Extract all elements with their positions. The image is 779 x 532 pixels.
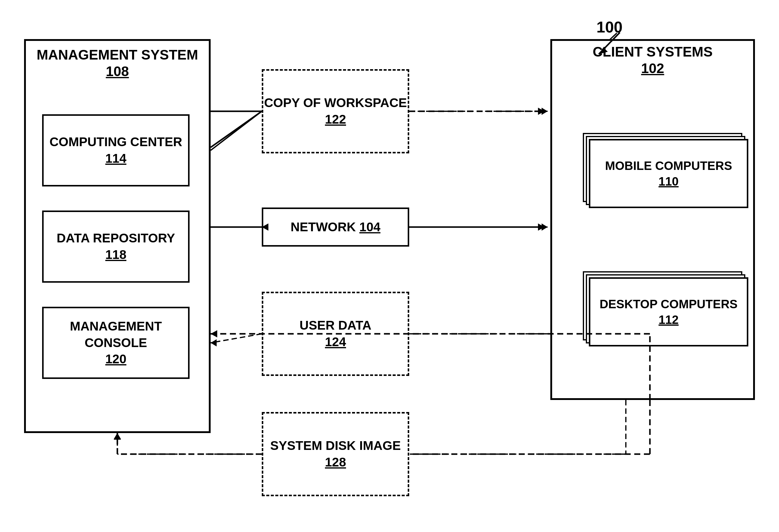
user-data-label: USER DATA 124: [300, 317, 372, 350]
svg-marker-7: [542, 223, 548, 231]
client-systems-label: CLIENT SYSTEMS 102: [550, 44, 755, 77]
copy-workspace-label: COPY OF WORKSPACE 122: [264, 95, 407, 128]
management-system-label: MANAGEMENT SYSTEM 108: [24, 47, 211, 80]
ref-number-100: 100: [596, 18, 622, 36]
svg-marker-14: [114, 433, 121, 439]
svg-line-9: [211, 334, 262, 343]
diagram: 100 MANAGEMENT SYSTEM 108 COMPUTING CENT…: [0, 0, 779, 532]
svg-marker-10: [211, 339, 217, 346]
network-box: NETWORK 104: [262, 207, 409, 247]
management-console-label: MANAGEMENT CONSOLE 120: [44, 318, 188, 368]
network-label: NETWORK 104: [291, 220, 381, 234]
computing-center-label: COMPUTING CENTER 114: [50, 134, 182, 167]
management-console-box: MANAGEMENT CONSOLE 120: [42, 307, 190, 379]
svg-marker-28: [538, 223, 545, 231]
svg-marker-4: [542, 108, 548, 115]
svg-line-21: [211, 111, 262, 147]
copy-workspace-box: COPY OF WORKSPACE 122: [262, 69, 409, 153]
svg-marker-24: [538, 108, 545, 115]
system-disk-label: SYSTEM DISK IMAGE 128: [270, 438, 401, 470]
computing-center-box: COMPUTING CENTER 114: [42, 114, 190, 187]
mobile-computers-label: MOBILE COMPUTERS 110: [605, 158, 732, 189]
desktop-computers-label: DESKTOP COMPUTERS 112: [600, 296, 738, 328]
mobile-computers-main-box: MOBILE COMPUTERS 110: [589, 139, 748, 208]
system-disk-box: SYSTEM DISK IMAGE 128: [262, 412, 409, 496]
svg-line-2: [211, 111, 262, 150]
data-repository-label: DATA REPOSITORY 118: [57, 230, 175, 263]
ref-number-label: 100: [596, 18, 622, 36]
user-data-box: USER DATA 124: [262, 292, 409, 376]
svg-marker-35: [114, 433, 121, 440]
data-repository-box: DATA REPOSITORY 118: [42, 210, 190, 283]
desktop-computers-main-box: DESKTOP COMPUTERS 112: [589, 277, 748, 346]
svg-line-17: [211, 111, 262, 150]
svg-marker-30: [211, 330, 217, 337]
